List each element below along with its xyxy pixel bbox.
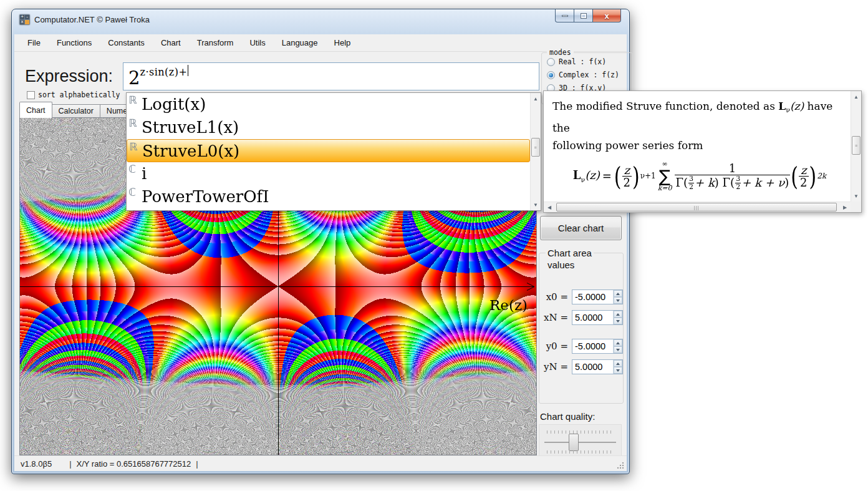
- down-arrow-icon: [616, 299, 620, 304]
- title-bar: +-x Computator.NET © Paweł Troka x: [12, 9, 629, 34]
- xN-down-button[interactable]: [614, 318, 622, 324]
- menu-item-transform[interactable]: Transform: [189, 35, 242, 51]
- minimize-icon: [562, 15, 568, 17]
- slider-track[interactable]: [544, 442, 616, 443]
- menu-item-chart[interactable]: Chart: [153, 35, 189, 51]
- maximize-button[interactable]: [574, 9, 593, 22]
- menu-item-file[interactable]: File: [19, 35, 49, 51]
- x0-down-button[interactable]: [614, 297, 622, 304]
- complex-set-icon: ℂ: [128, 163, 142, 175]
- slider-ticks-top: [547, 430, 614, 434]
- menu-item-language[interactable]: Language: [274, 35, 326, 51]
- maximize-icon: [581, 13, 587, 19]
- menu-item-help[interactable]: Help: [326, 35, 359, 51]
- mode-complex-radio[interactable]: [547, 71, 555, 79]
- y0-down-button[interactable]: [614, 346, 622, 353]
- scrollbar-thumb[interactable]: |||: [556, 203, 837, 211]
- autocomplete-item-selected[interactable]: ℝ StruveL0(x): [127, 139, 530, 162]
- resize-grip[interactable]: [617, 461, 625, 469]
- slider-ticks-bottom: [547, 450, 614, 454]
- y0-label: y0 =: [543, 341, 568, 352]
- minimize-button[interactable]: [555, 9, 574, 22]
- x0-row: x0 = -5.0000: [543, 289, 623, 304]
- tooltip-horizontal-scrollbar[interactable]: ◀ ||| ▶: [544, 202, 851, 212]
- scroll-up-icon[interactable]: ▲: [851, 92, 861, 102]
- expression-input[interactable]: 2z·sin(z)+: [123, 62, 539, 90]
- autocomplete-item[interactable]: ℝ StruveL1(x): [127, 116, 530, 139]
- window-title: Computator.NET © Paweł Troka: [34, 15, 150, 24]
- close-button[interactable]: x: [592, 9, 621, 22]
- real-set-icon: ℝ: [128, 94, 142, 106]
- yN-spinner[interactable]: 5.0000: [572, 359, 623, 374]
- mode-real-row: Real : f(x): [547, 57, 632, 66]
- scroll-left-icon[interactable]: ◀: [544, 202, 554, 212]
- chart-quality-slider[interactable]: [539, 424, 622, 460]
- y0-up-button[interactable]: [614, 339, 622, 346]
- status-bar: v1.8.0β5 | X/Y ratio = 0.651658767772512…: [14, 455, 627, 471]
- autocomplete-item[interactable]: ℂ i: [127, 162, 530, 185]
- struve-formula: Lν(z) = ( z2 ) ν+1 ∞∑k=0 1 Γ(32+ k) Γ(32…: [552, 160, 847, 192]
- tab-strip: Chart Calculator Numeric: [19, 102, 142, 118]
- tooltip-vertical-scrollbar[interactable]: ▲ ≡ ▼: [851, 91, 861, 202]
- scroll-down-icon[interactable]: ▼: [851, 191, 861, 201]
- x0-spinner[interactable]: -5.0000: [572, 289, 623, 304]
- status-separator: |: [196, 459, 198, 469]
- expression-label: Expression:: [25, 67, 113, 86]
- chart-quality-label: Chart quality:: [540, 411, 595, 422]
- function-help-popup: The modified Struve function, denoted as…: [543, 90, 862, 213]
- mode-real-label: Real : f(x): [559, 57, 606, 66]
- yN-down-button[interactable]: [614, 367, 622, 374]
- y0-value[interactable]: -5.0000: [572, 339, 613, 353]
- sort-alphabetically-label: sort alphabetically: [38, 90, 120, 99]
- status-separator: |: [69, 459, 71, 469]
- autocomplete-item[interactable]: ℝ Logit(x): [127, 93, 530, 116]
- x0-value[interactable]: -5.0000: [572, 290, 613, 304]
- yN-label: yN =: [543, 361, 568, 372]
- chart-area-rows: x0 = -5.0000 xN = 5.0000: [539, 289, 623, 380]
- version-text: v1.8.0β5: [21, 459, 52, 469]
- scroll-up-icon[interactable]: ▲: [531, 94, 541, 104]
- up-arrow-icon: [616, 340, 620, 344]
- mode-complex-label: Complex : f(z): [559, 70, 619, 79]
- mode-real-radio[interactable]: [547, 58, 555, 66]
- page: +-x Computator.NET © Paweł Troka x File …: [0, 0, 868, 491]
- real-set-icon: ℝ: [128, 117, 142, 129]
- xN-label: xN =: [543, 312, 568, 323]
- tab-calculator[interactable]: Calculator: [52, 104, 100, 118]
- real-set-icon: ℝ: [129, 140, 142, 153]
- down-arrow-icon: [616, 320, 620, 324]
- sort-alphabetically-checkbox[interactable]: [27, 91, 35, 99]
- x-axis-label: Re(z): [489, 297, 528, 313]
- yN-value[interactable]: 5.0000: [572, 360, 613, 374]
- tab-chart[interactable]: Chart: [19, 102, 52, 118]
- autocomplete-list: ℝ Logit(x) ℝ StruveL1(x) ℝ StruveL0(x) ℂ…: [127, 93, 530, 210]
- expression-superscript: z·sin(z)+: [140, 66, 187, 78]
- autocomplete-item[interactable]: ℂ PowerTowerOfI: [127, 185, 530, 208]
- yN-up-button[interactable]: [614, 360, 622, 367]
- window-controls: x: [556, 9, 621, 22]
- expression-base: 2: [128, 67, 140, 89]
- yN-row: yN = 5.0000: [543, 359, 623, 374]
- autocomplete-dropdown: ℝ Logit(x) ℝ StruveL1(x) ℝ StruveL0(x) ℂ…: [126, 92, 541, 211]
- xN-up-button[interactable]: [614, 311, 622, 318]
- dropdown-scrollbar[interactable]: ▲ ≡ ▼: [530, 93, 541, 210]
- scrollbar-thumb[interactable]: ≡: [852, 136, 861, 155]
- scroll-right-icon[interactable]: ▶: [840, 202, 850, 212]
- text-caret: [188, 65, 188, 76]
- xy-ratio-text: X/Y ratio = 0.651658767772512: [77, 459, 191, 469]
- chart-area-values-title: Chart area values: [546, 247, 594, 271]
- slider-thumb[interactable]: [569, 434, 579, 451]
- x0-up-button[interactable]: [614, 290, 622, 297]
- y0-spinner[interactable]: -5.0000: [572, 339, 623, 354]
- menu-item-utils[interactable]: Utils: [241, 35, 273, 51]
- scrollbar-thumb[interactable]: ≡: [531, 138, 540, 157]
- help-text: The modified Struve function, denoted as…: [544, 91, 851, 202]
- xN-spinner[interactable]: 5.0000: [572, 310, 623, 325]
- menu-item-functions[interactable]: Functions: [49, 35, 100, 51]
- autocomplete-item[interactable]: ℝ Pi: [127, 208, 530, 210]
- menu-item-constants[interactable]: Constants: [100, 35, 153, 51]
- clear-chart-button[interactable]: Clear chart: [540, 216, 622, 240]
- up-arrow-icon: [616, 361, 620, 365]
- scroll-down-icon[interactable]: ▼: [531, 200, 541, 210]
- xN-value[interactable]: 5.0000: [572, 311, 613, 324]
